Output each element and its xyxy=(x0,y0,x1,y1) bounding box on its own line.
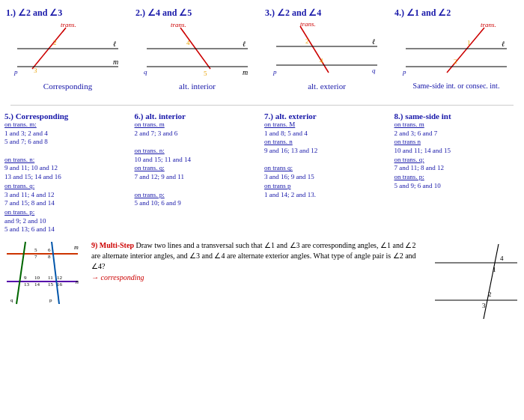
svg-text:p: p xyxy=(49,297,52,303)
page: 1.) ∠2 and ∠3 trans. ℓ 2 m 3 p Co xyxy=(0,0,524,420)
problem-5-title: 5.) Corresponding xyxy=(4,112,130,121)
p8-trans-q: on trans. q: xyxy=(394,156,424,163)
bottom-area: m 5 6 7 8 9 10 13 14 11 12 15 16 xyxy=(0,240,524,333)
svg-text:1: 1 xyxy=(493,266,496,273)
p7-trans-m: on trans. M xyxy=(264,121,295,128)
svg-text:ℓ: ℓ xyxy=(243,40,246,48)
colored-lines-diagram: m 5 6 7 8 9 10 13 14 11 12 15 16 xyxy=(3,240,85,333)
p8-trans-n: on trans n xyxy=(394,138,421,145)
p5-trans-p: on trans. p: xyxy=(4,208,34,216)
p6-q-values: 7 and 12; 9 and 11 xyxy=(135,173,184,180)
p8-m-values: 2 and 3; 6 and 7 xyxy=(394,130,438,137)
diagram-3: 3.) ∠2 and ∠4 trans. ℓ 2 4 q p al xyxy=(262,4,392,102)
svg-text:15: 15 xyxy=(48,281,54,287)
svg-text:4: 4 xyxy=(500,255,504,262)
svg-text:q: q xyxy=(372,67,376,74)
svg-text:8: 8 xyxy=(48,254,51,260)
diagram-2-label: alt. interior xyxy=(135,82,259,91)
svg-line-61 xyxy=(484,244,499,319)
p6-trans-m: on trans. m xyxy=(135,121,165,128)
p6-trans-q: on trans. q: xyxy=(135,164,165,171)
svg-text:14: 14 xyxy=(34,281,40,287)
p7-m-values: 1 and 8; 5 and 4 xyxy=(264,130,308,137)
diagram-1-svg: trans. ℓ 2 m 3 p xyxy=(10,20,126,79)
svg-text:2: 2 xyxy=(53,39,57,46)
p5-m-values: 1 and 3; 2 and 4 xyxy=(4,130,48,137)
svg-text:m: m xyxy=(243,68,248,76)
diagram-3-svg: trans. ℓ 2 4 q p xyxy=(269,20,385,79)
p5-q-values: 3 and 11; 4 and 12 xyxy=(4,191,54,198)
svg-line-20 xyxy=(300,26,329,73)
svg-text:5: 5 xyxy=(204,70,207,77)
p7-p-values: 1 and 14; 2 and 13. xyxy=(264,191,316,198)
diagram-2-svg: trans. ℓ 4 m 5 q xyxy=(139,20,255,79)
p5-p-values: and 9; 2 and 10 xyxy=(4,217,46,225)
p7-n-values: 9 and 16; 13 and 12 xyxy=(264,147,317,154)
problem-9-answer-text: corresponding xyxy=(101,273,144,281)
problem-5-text: on trans. m: 1 and 3; 2 and 4 5 and 7; 6… xyxy=(4,121,130,234)
problems-section: 5.) Corresponding on trans. m: 1 and 3; … xyxy=(0,109,524,237)
problem-7-text: on trans. M 1 and 8; 5 and 4 on trans. n… xyxy=(264,121,390,199)
p8-p-values: 5 and 9; 6 and 10 xyxy=(394,182,441,189)
svg-text:11: 11 xyxy=(48,275,53,281)
p6-n-values: 10 and 15; 11 and 14 xyxy=(135,156,191,163)
svg-line-55 xyxy=(16,242,25,304)
svg-text:trans.: trans. xyxy=(481,21,496,28)
diagram-3-label: alt. exterior xyxy=(265,82,389,91)
p7-q-values: 3 and 16; 9 and 15 xyxy=(264,173,314,180)
answer-diagram: 4 1 2 3 xyxy=(431,240,521,333)
svg-text:3: 3 xyxy=(34,67,37,74)
problem-8: 8.) same-side int on trans. m 2 and 3; 6… xyxy=(393,110,522,236)
p5-m2-values: 5 and 7; 6 and 8 xyxy=(4,138,48,145)
p5-n-values: 9 and 11; 10 and 12 xyxy=(4,164,58,171)
p5-q2-values: 7 and 15; 8 and 14 xyxy=(4,199,55,207)
diagram-4: 4.) ∠1 and ∠2 trans. ℓ 1 2 p Same-side i… xyxy=(392,4,521,102)
p5-n2-values: 13 and 15; 14 and 16 xyxy=(4,173,61,180)
svg-text:10: 10 xyxy=(34,275,40,281)
svg-line-56 xyxy=(52,242,59,304)
svg-text:n: n xyxy=(76,279,79,285)
p6-trans-n: on trans. n: xyxy=(135,147,165,154)
problem-6: 6.) alt. interior on trans. m 2 and 7; 3… xyxy=(133,110,262,236)
problem-8-text: on trans. m 2 and 3; 6 and 7 on trans n … xyxy=(394,121,520,191)
p5-trans-n: on trans. n: xyxy=(4,156,34,163)
p6-m-values: 2 and 7; 3 and 6 xyxy=(135,130,178,137)
diagram-4-title: 4.) ∠1 and ∠2 xyxy=(394,7,518,19)
divider xyxy=(10,105,514,106)
p8-trans-p: on trans. p: xyxy=(394,173,424,180)
p7-trans-p: on trans p xyxy=(264,182,291,189)
problem-7: 7.) alt. exterior on trans. M 1 and 8; 5… xyxy=(263,110,392,236)
p8-trans-m: on trans. m xyxy=(394,121,424,128)
colored-lines-svg: m 5 6 7 8 9 10 13 14 11 12 15 16 xyxy=(3,240,85,330)
svg-text:12: 12 xyxy=(57,275,63,281)
problem-6-text: on trans. m 2 and 7; 3 and 6 on trans. n… xyxy=(135,121,261,208)
problem-6-title: 6.) alt. interior xyxy=(135,112,261,121)
p5-trans-q: on trans. q: xyxy=(4,182,34,189)
p7-trans-q: on trans q: xyxy=(264,164,293,171)
problem-8-title: 8.) same-side int xyxy=(394,112,520,121)
svg-text:1: 1 xyxy=(467,39,471,46)
svg-text:ℓ: ℓ xyxy=(372,37,375,46)
p7-trans-n: on trans. n xyxy=(264,138,293,145)
svg-text:2: 2 xyxy=(454,58,457,65)
diagram-2-title: 2.) ∠4 and ∠5 xyxy=(135,7,259,19)
problem-9-prompt: 9) Multi-Step Draw two lines and a trans… xyxy=(91,240,425,272)
problem-7-title: 7.) alt. exterior xyxy=(264,112,390,121)
svg-text:4: 4 xyxy=(320,57,323,64)
svg-text:trans.: trans. xyxy=(61,21,76,28)
svg-text:2: 2 xyxy=(305,37,309,45)
diagram-3-title: 3.) ∠2 and ∠4 xyxy=(265,7,389,19)
svg-text:trans.: trans. xyxy=(300,20,316,28)
svg-text:6: 6 xyxy=(48,247,51,253)
svg-text:trans.: trans. xyxy=(171,21,186,28)
diagram-4-label: Same-side int. or consec. int. xyxy=(394,82,518,91)
problem-9: 9) Multi-Step Draw two lines and a trans… xyxy=(88,240,428,333)
svg-text:q: q xyxy=(144,68,147,76)
diagram-1: 1.) ∠2 and ∠3 trans. ℓ 2 m 3 p Co xyxy=(3,4,132,102)
p8-q-values: 7 and 11; 8 and 12 xyxy=(394,164,444,171)
svg-text:7: 7 xyxy=(34,254,37,260)
svg-text:9: 9 xyxy=(24,275,27,281)
svg-text:q: q xyxy=(10,297,13,303)
svg-text:ℓ: ℓ xyxy=(113,40,116,48)
diagram-1-title: 1.) ∠2 and ∠3 xyxy=(6,7,130,19)
